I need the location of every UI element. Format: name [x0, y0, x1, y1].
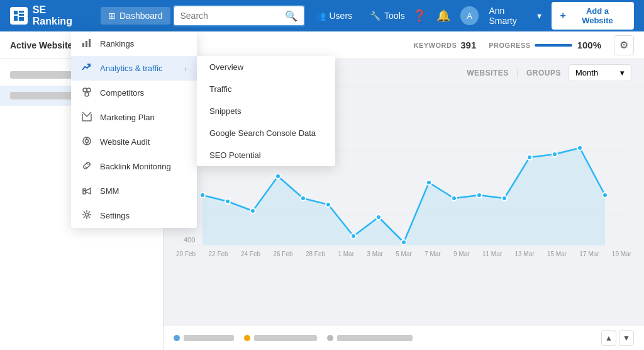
chevron-right-icon: ›: [184, 65, 187, 72]
users-icon: 👥: [315, 11, 326, 21]
svg-point-29: [527, 155, 532, 160]
x-label-5: 28 Feb: [306, 251, 325, 257]
nav-dashboard[interactable]: ⊞ Dashboard: [101, 7, 170, 25]
x-label-8: 5 Mar: [396, 251, 412, 257]
keywords-label: KEYWORDS: [413, 42, 457, 49]
websites-label[interactable]: WEBSITES: [467, 69, 509, 77]
svg-rect-2: [19, 14, 24, 16]
backlink-icon: [81, 161, 92, 172]
bar-chart-icon: [81, 38, 92, 50]
sub-item-traffic[interactable]: Traffic: [197, 78, 335, 100]
menu-audit-label: Website Audit: [100, 137, 150, 147]
menu-settings-label: Settings: [100, 211, 130, 220]
sub-item-snippets[interactable]: Snippets: [197, 100, 335, 122]
marketing-icon: [81, 111, 92, 123]
menu-marketing-label: Marketing Plan: [100, 113, 155, 122]
progress-value: 100%: [577, 40, 601, 50]
svg-rect-4: [19, 17, 24, 21]
svg-point-22: [351, 234, 356, 239]
x-label-1: 20 Feb: [176, 251, 196, 257]
tools-icon: 🔧: [370, 11, 380, 21]
arrow-up-button[interactable]: ▲: [601, 330, 616, 346]
svg-rect-1: [19, 11, 24, 13]
user-name[interactable]: Ann Smarty ▾: [489, 6, 541, 26]
period-select[interactable]: Month ▾: [569, 64, 631, 81]
section-label: Active Websites: [10, 40, 77, 50]
nav-bar: ⊞ Dashboard 🔍 👥 Users 🔧 Tools: [101, 5, 413, 26]
avatar: A: [460, 6, 479, 25]
menu-item-smm[interactable]: SMM: [71, 179, 197, 203]
logo[interactable]: SE Ranking: [10, 4, 88, 27]
svg-rect-3: [14, 16, 18, 21]
sub-item-overview[interactable]: Overview: [197, 56, 335, 78]
legend-item-3: [327, 335, 413, 341]
menu-item-analytics[interactable]: Analytics & traffic › Overview Traffic S…: [71, 56, 197, 81]
search-input[interactable]: [180, 11, 281, 21]
progress-stat: PROGRESS 100%: [489, 40, 601, 50]
chevron-down-icon: ▾: [620, 68, 625, 77]
x-label-9: 7 Mar: [425, 251, 441, 257]
svg-rect-33: [82, 43, 84, 47]
svg-point-43: [86, 140, 89, 143]
header: SE Ranking ⊞ Dashboard 🔍 👥 Users 🔧 Tools…: [0, 0, 644, 31]
menu-rankings-label: Rankings: [100, 39, 134, 48]
svg-point-36: [83, 88, 87, 92]
svg-point-38: [85, 93, 89, 96]
arrow-down-button[interactable]: ▼: [619, 330, 634, 346]
svg-point-18: [250, 208, 255, 213]
x-label-4: 26 Feb: [273, 251, 292, 257]
logo-text: SE Ranking: [33, 4, 88, 27]
sub-item-gsc[interactable]: Google Search Console Data: [197, 122, 335, 144]
x-label-11: 11 Mar: [482, 251, 502, 257]
sub-item-seo-potential[interactable]: SEO Potential: [197, 144, 335, 166]
svg-point-28: [502, 196, 507, 201]
competitors-icon: [81, 87, 92, 99]
search-icon: 🔍: [285, 10, 297, 22]
chevron-down-icon: ▾: [537, 11, 541, 21]
settings-gear-button[interactable]: ⚙: [614, 35, 634, 55]
menu-item-rankings[interactable]: Rankings: [71, 31, 197, 56]
svg-rect-0: [14, 11, 18, 14]
progress-bar-bg: [535, 44, 572, 47]
svg-rect-34: [86, 41, 87, 47]
nav-tools[interactable]: 🔧 Tools: [362, 7, 413, 25]
sub-dropdown-menu: Overview Traffic Snippets Google Search …: [197, 56, 335, 166]
svg-point-19: [275, 174, 280, 179]
menu-item-backlink[interactable]: Backlink Monitoring: [71, 154, 197, 179]
menu-item-competitors[interactable]: Competitors: [71, 81, 197, 105]
logo-icon: [10, 7, 28, 25]
keywords-stat: KEYWORDS 391: [413, 40, 476, 50]
main-dropdown-menu: Rankings Analytics & traffic › Overview …: [71, 31, 197, 228]
menu-analytics-label: Analytics & traffic: [100, 64, 162, 73]
svg-point-31: [577, 145, 582, 150]
add-website-button[interactable]: + Add a Website: [552, 2, 634, 30]
notification-icon[interactable]: 🔔: [436, 9, 450, 23]
svg-point-20: [301, 196, 306, 201]
legend-item-1: [174, 335, 234, 341]
menu-backlink-label: Backlink Monitoring: [100, 162, 171, 171]
svg-point-21: [326, 202, 331, 207]
legend-items: [174, 335, 413, 341]
plus-icon: +: [560, 10, 566, 21]
svg-point-32: [602, 193, 608, 198]
help-icon[interactable]: ❓: [413, 9, 426, 23]
header-right: ❓ 🔔 A Ann Smarty ▾ + Add a Website: [413, 2, 634, 30]
search-box[interactable]: 🔍: [173, 5, 305, 26]
bottom-bar: ▲ ▼: [164, 325, 644, 350]
progress-bar-fill: [535, 44, 572, 47]
svg-point-26: [452, 196, 457, 201]
x-label-6: 1 Mar: [338, 251, 354, 257]
legend-label-1: [184, 335, 234, 341]
x-label-13: 15 Mar: [547, 251, 567, 257]
nav-users[interactable]: 👥 Users: [308, 7, 360, 25]
svg-point-24: [401, 240, 406, 245]
menu-item-marketing[interactable]: Marketing Plan: [71, 105, 197, 130]
keywords-value: 391: [460, 40, 476, 50]
progress-bar: 100%: [535, 40, 601, 50]
menu-item-settings[interactable]: Settings: [71, 203, 197, 228]
menu-item-audit[interactable]: Website Audit: [71, 130, 197, 154]
x-label-7: 3 Mar: [367, 251, 383, 257]
groups-label[interactable]: GROUPS: [526, 69, 561, 77]
svg-text:400: 400: [184, 236, 195, 244]
divider: |: [516, 67, 519, 79]
